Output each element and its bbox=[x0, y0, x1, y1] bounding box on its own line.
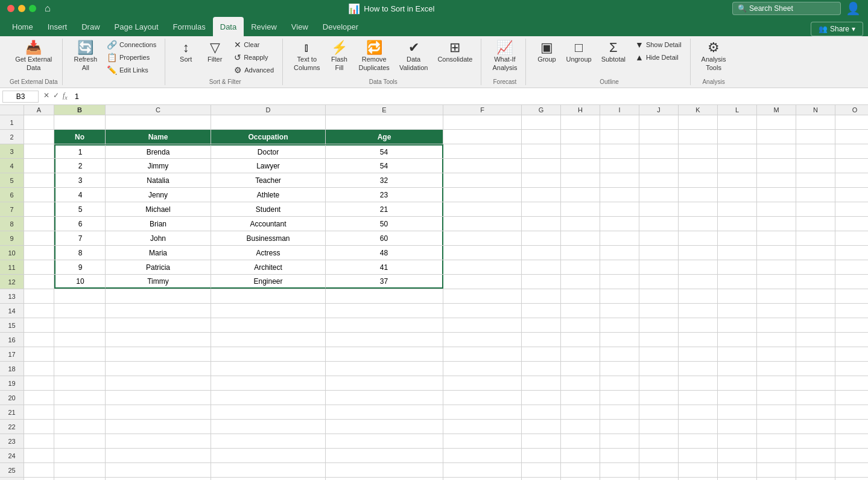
cell-a-13[interactable] bbox=[24, 289, 54, 303]
cell-c-26[interactable] bbox=[106, 478, 211, 480]
cell-m-18[interactable] bbox=[757, 362, 796, 376]
cell-n-17[interactable] bbox=[796, 347, 835, 361]
cell-f-15[interactable] bbox=[443, 318, 522, 332]
cell-o-7[interactable] bbox=[835, 202, 868, 216]
cell-l-7[interactable] bbox=[718, 202, 757, 216]
cell-k-19[interactable] bbox=[679, 376, 718, 390]
cell-l-12[interactable] bbox=[718, 275, 757, 289]
row-25[interactable]: 25 bbox=[0, 463, 24, 478]
cell-a2[interactable] bbox=[24, 130, 54, 144]
row-8[interactable]: 8 bbox=[0, 217, 24, 231]
cell-g-12[interactable] bbox=[522, 275, 561, 289]
cell-o-24[interactable] bbox=[835, 449, 868, 462]
cell-d-13[interactable] bbox=[211, 289, 326, 303]
get-external-data-button[interactable]: 📥 Get External Data bbox=[11, 39, 55, 74]
cell-d10[interactable]: Actress bbox=[211, 246, 326, 260]
cell-k-23[interactable] bbox=[679, 434, 718, 448]
cell-f-13[interactable] bbox=[443, 289, 522, 303]
cell-j-19[interactable] bbox=[639, 376, 679, 390]
row-19[interactable]: 19 bbox=[0, 376, 24, 391]
cell-c5[interactable]: Natalia bbox=[106, 173, 211, 187]
cell-l-14[interactable] bbox=[718, 304, 757, 318]
row-1[interactable]: 1 bbox=[0, 115, 24, 130]
cell-k-6[interactable] bbox=[679, 188, 718, 202]
cell-m-19[interactable] bbox=[757, 376, 796, 390]
cell-j-7[interactable] bbox=[639, 202, 679, 216]
cell-h-14[interactable] bbox=[561, 304, 600, 318]
cell-k-20[interactable] bbox=[679, 391, 718, 405]
cell-a8[interactable] bbox=[24, 217, 54, 231]
cell-f-16[interactable] bbox=[443, 333, 522, 347]
edit-links-button[interactable]: ✏️ Edit Links bbox=[103, 64, 160, 76]
cell-l-22[interactable] bbox=[718, 420, 757, 434]
cell-b12[interactable]: 10 bbox=[54, 275, 106, 289]
cell-c-21[interactable] bbox=[106, 405, 211, 419]
cell-m-11[interactable] bbox=[757, 260, 796, 274]
cell-d-18[interactable] bbox=[211, 362, 326, 376]
cell-f-23[interactable] bbox=[443, 434, 522, 448]
row-16[interactable]: 16 bbox=[0, 333, 24, 347]
cell-g-6[interactable] bbox=[522, 188, 561, 202]
cell-e-26[interactable] bbox=[326, 478, 443, 480]
row-14[interactable]: 14 bbox=[0, 304, 24, 318]
home-icon[interactable]: ⌂ bbox=[45, 3, 51, 14]
cell-j-6[interactable] bbox=[639, 188, 679, 202]
cell-i2[interactable] bbox=[600, 130, 639, 144]
cell-m-22[interactable] bbox=[757, 420, 796, 434]
cell-c-18[interactable] bbox=[106, 362, 211, 376]
cancel-formula-icon[interactable]: ✕ bbox=[43, 91, 49, 101]
cell-g-11[interactable] bbox=[522, 260, 561, 274]
cell-o-10[interactable] bbox=[835, 246, 868, 260]
cell-n-14[interactable] bbox=[796, 304, 835, 318]
cell-d12[interactable]: Engineer bbox=[211, 275, 326, 289]
cell-k-10[interactable] bbox=[679, 246, 718, 260]
col-header-c[interactable]: C bbox=[106, 105, 211, 115]
cell-n-11[interactable] bbox=[796, 260, 835, 274]
cell-g-18[interactable] bbox=[522, 362, 561, 376]
tab-home[interactable]: Home bbox=[5, 17, 40, 36]
cell-i-16[interactable] bbox=[600, 333, 639, 347]
cell-j-26[interactable] bbox=[639, 478, 679, 480]
cell-f-26[interactable] bbox=[443, 478, 522, 480]
cell-i-26[interactable] bbox=[600, 478, 639, 480]
cell-f-3[interactable] bbox=[443, 144, 522, 158]
row-22[interactable]: 22 bbox=[0, 420, 24, 434]
cell-m-17[interactable] bbox=[757, 347, 796, 361]
cell-o-16[interactable] bbox=[835, 333, 868, 347]
cell-h-15[interactable] bbox=[561, 318, 600, 332]
cell-h-20[interactable] bbox=[561, 391, 600, 405]
cell-j-25[interactable] bbox=[639, 463, 679, 477]
cell-i-3[interactable] bbox=[600, 144, 639, 158]
cell-i-5[interactable] bbox=[600, 173, 639, 187]
cell-b9[interactable]: 7 bbox=[54, 231, 106, 245]
cell-h-8[interactable] bbox=[561, 217, 600, 231]
cell-h1[interactable] bbox=[561, 115, 600, 129]
cell-l-20[interactable] bbox=[718, 391, 757, 405]
cell-d2-header[interactable]: Occupation bbox=[211, 130, 326, 144]
cell-i-19[interactable] bbox=[600, 376, 639, 390]
tab-developer[interactable]: Developer bbox=[315, 17, 366, 36]
cell-a-14[interactable] bbox=[24, 304, 54, 318]
cell-h-25[interactable] bbox=[561, 463, 600, 477]
cell-f-5[interactable] bbox=[443, 173, 522, 187]
cell-i-13[interactable] bbox=[600, 289, 639, 303]
cell-g-3[interactable] bbox=[522, 144, 561, 158]
cell-m-12[interactable] bbox=[757, 275, 796, 289]
col-header-n[interactable]: N bbox=[796, 105, 835, 115]
cell-d-17[interactable] bbox=[211, 347, 326, 361]
cell-c-23[interactable] bbox=[106, 434, 211, 448]
cell-k-7[interactable] bbox=[679, 202, 718, 216]
cell-o-3[interactable] bbox=[835, 144, 868, 158]
cell-h-26[interactable] bbox=[561, 478, 600, 480]
cell-c-25[interactable] bbox=[106, 463, 211, 477]
cell-o-14[interactable] bbox=[835, 304, 868, 318]
cell-d-20[interactable] bbox=[211, 391, 326, 405]
cell-h-21[interactable] bbox=[561, 405, 600, 419]
cell-n-4[interactable] bbox=[796, 159, 835, 173]
cell-f-21[interactable] bbox=[443, 405, 522, 419]
advanced-button[interactable]: ⚙ Advanced bbox=[230, 64, 277, 76]
col-header-a[interactable]: A bbox=[24, 105, 54, 115]
cell-g-21[interactable] bbox=[522, 405, 561, 419]
cell-o-22[interactable] bbox=[835, 420, 868, 434]
cell-d9[interactable]: Businessman bbox=[211, 231, 326, 245]
